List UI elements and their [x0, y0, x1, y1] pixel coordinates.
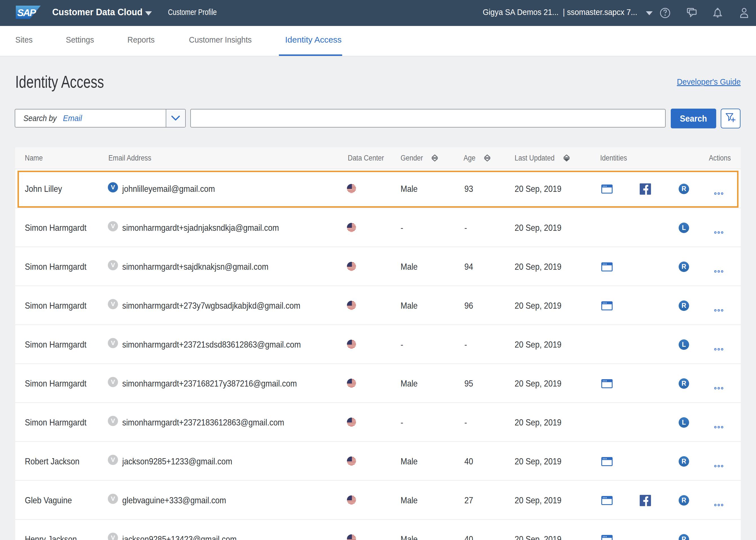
svg-text:SAP: SAP [17, 7, 36, 18]
